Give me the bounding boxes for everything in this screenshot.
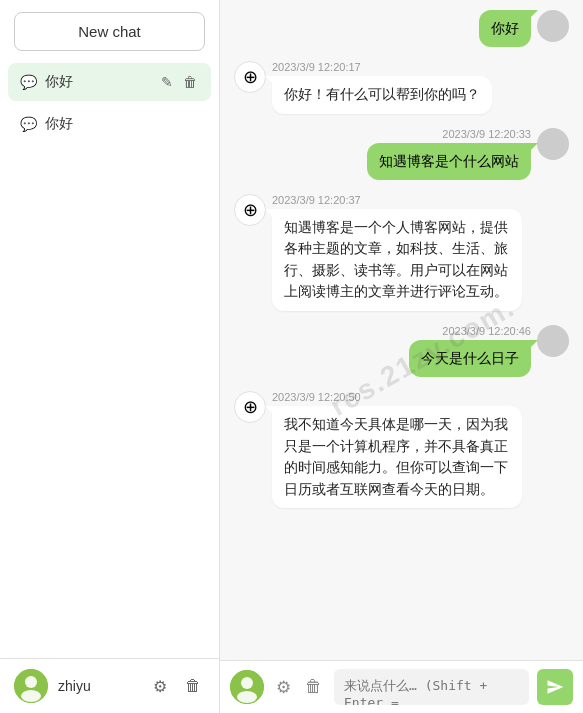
user-message-row-0: 你好 [234,10,569,47]
user-message-meta-0: 你好 [479,10,531,47]
ai-avatar-3: ⊕ [234,194,266,226]
user-bubble-2: 知遇博客是个什么网站 [367,143,531,180]
msg-group-0: 你好 [234,10,569,49]
user-avatar-right-0 [537,10,569,42]
user-message-row-4: 2023/3/9 12:20:46 今天是什么日子 [234,325,569,377]
messages-area: 你好 ⊕ 2023/3/9 12:20:17 你好！有什么可以帮到你的吗？ [220,0,583,660]
user-avatar-right-2 [537,128,569,160]
msg-group-4: 2023/3/9 12:20:46 今天是什么日子 [234,325,569,379]
user-timestamp-2: 2023/3/9 12:20:33 [442,128,531,140]
sidebar: New chat 💬 你好 ✎ 🗑 💬 你好 zhiyu ⚙ 🗑 [0,0,220,713]
ai-avatar-5: ⊕ [234,391,266,423]
delete-all-button[interactable]: 🗑 [181,673,205,699]
username-label: zhiyu [58,678,139,694]
input-area: ⚙ 🗑 [220,660,583,713]
msg-group-3: ⊕ 2023/3/9 12:20:37 知遇博客是一个个人博客网站，提供各种主题… [234,194,569,313]
ai-bubble-1: 你好！有什么可以帮到你的吗？ [272,76,492,114]
svg-point-1 [25,676,37,688]
ai-bubble-5: 我不知道今天具体是哪一天，因为我只是一个计算机程序，并不具备真正的时间感知能力。… [272,406,522,508]
chat-item-1[interactable]: 💬 你好 ✎ 🗑 [8,63,211,101]
user-bubble-4: 今天是什么日子 [409,340,531,377]
openai-icon: ⊕ [243,66,258,88]
ai-timestamp-1: 2023/3/9 12:20:17 [272,61,492,73]
openai-icon-3: ⊕ [243,199,258,221]
input-user-avatar [230,670,264,704]
ai-timestamp-5: 2023/3/9 12:20:50 [272,391,522,403]
msg-group-1: ⊕ 2023/3/9 12:20:17 你好！有什么可以帮到你的吗？ [234,61,569,116]
chat-bubble-icon-2: 💬 [20,116,37,132]
chat-item-actions: ✎ 🗑 [159,74,199,90]
send-icon [546,678,564,696]
openai-icon-5: ⊕ [243,396,258,418]
delete-chat-button[interactable]: 🗑 [181,74,199,90]
chat-item-2[interactable]: 💬 你好 [8,105,211,143]
ai-timestamp-3: 2023/3/9 12:20:37 [272,194,522,206]
user-bubble-0: 你好 [479,10,531,47]
chat-item-label-1: 你好 [45,73,159,91]
user-message-meta-2: 2023/3/9 12:20:33 知遇博客是个什么网站 [367,128,531,180]
chat-list: 💬 你好 ✎ 🗑 💬 你好 [0,63,219,658]
edit-chat-button[interactable]: ✎ [159,74,175,90]
ai-message-row-5: ⊕ 2023/3/9 12:20:50 我不知道今天具体是哪一天，因为我只是一个… [234,391,569,508]
ai-bubble-3: 知遇博客是一个个人博客网站，提供各种主题的文章，如科技、生活、旅行、摄影、读书等… [272,209,522,311]
user-message-meta-4: 2023/3/9 12:20:46 今天是什么日子 [409,325,531,377]
user-timestamp-4: 2023/3/9 12:20:46 [442,325,531,337]
ai-message-content-1: 2023/3/9 12:20:17 你好！有什么可以帮到你的吗？ [272,61,492,114]
ai-message-row-3: ⊕ 2023/3/9 12:20:37 知遇博客是一个个人博客网站，提供各种主题… [234,194,569,311]
ai-message-content-5: 2023/3/9 12:20:50 我不知道今天具体是哪一天，因为我只是一个计算… [272,391,522,508]
msg-group-2: 2023/3/9 12:20:33 知遇博客是个什么网站 [234,128,569,182]
sidebar-footer: zhiyu ⚙ 🗑 [0,658,219,713]
user-message-row-2: 2023/3/9 12:20:33 知遇博客是个什么网站 [234,128,569,180]
clear-input-button[interactable]: 🗑 [301,675,326,700]
message-input[interactable] [334,669,529,705]
ai-avatar-1: ⊕ [234,61,266,93]
settings-button[interactable]: ⚙ [149,673,171,700]
ai-message-row-1: ⊕ 2023/3/9 12:20:17 你好！有什么可以帮到你的吗？ [234,61,569,114]
chat-main: res.21zy.com. 你好 ⊕ 2023/3/9 12:20:17 你好！… [220,0,583,713]
chat-item-label-2: 你好 [45,115,199,133]
user-avatar [14,669,48,703]
svg-point-5 [237,691,257,703]
chat-bubble-icon: 💬 [20,74,37,90]
user-avatar-right-4 [537,325,569,357]
msg-group-5: ⊕ 2023/3/9 12:20:50 我不知道今天具体是哪一天，因为我只是一个… [234,391,569,510]
settings-input-button[interactable]: ⚙ [272,675,295,700]
ai-message-content-3: 2023/3/9 12:20:37 知遇博客是一个个人博客网站，提供各种主题的文… [272,194,522,311]
input-action-buttons: ⚙ 🗑 [272,675,326,700]
new-chat-button[interactable]: New chat [14,12,205,51]
svg-point-4 [241,677,253,689]
send-button[interactable] [537,669,573,705]
svg-point-2 [21,690,41,702]
